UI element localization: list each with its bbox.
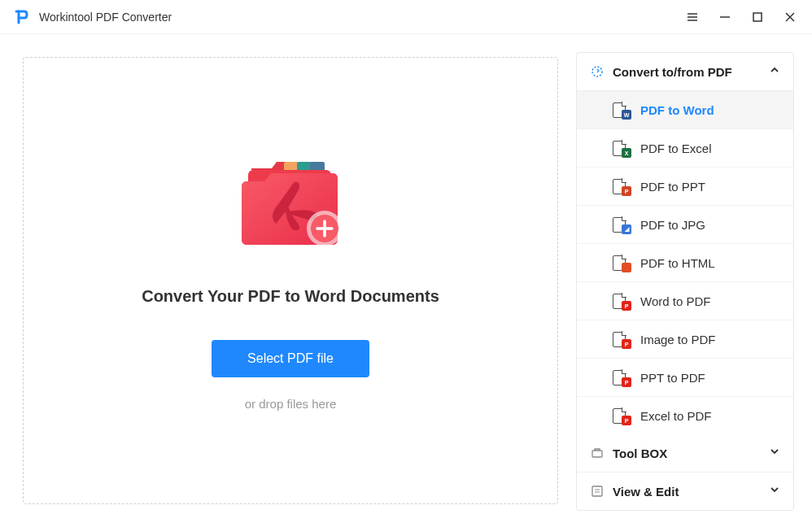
nav-item-pdf-to-jpg[interactable]: ◢ PDF to JPG <box>577 206 793 244</box>
doc-icon: P <box>611 293 627 309</box>
folder-pdf-icon <box>225 150 356 256</box>
select-file-button[interactable]: Select PDF file <box>212 340 369 377</box>
toolbox-icon <box>590 446 605 460</box>
nav-item-pdf-to-word[interactable]: W PDF to Word <box>577 91 793 129</box>
section-view-edit[interactable]: View & Edit <box>577 473 793 510</box>
doc-icon: ◢ <box>611 216 627 233</box>
nav-label: PDF to PPT <box>640 180 705 194</box>
app-title: Workintool PDF Converter <box>39 11 172 24</box>
chevron-down-icon <box>769 446 780 460</box>
doc-icon: W <box>611 102 627 118</box>
nav-item-pdf-to-excel[interactable]: X PDF to Excel <box>577 129 793 168</box>
section-title: Tool BOX <box>613 446 769 460</box>
app-logo-icon <box>13 8 31 26</box>
svg-rect-16 <box>592 451 602 457</box>
drop-heading: Convert Your PDF to Word Documents <box>142 287 439 306</box>
nav-label: PDF to Word <box>640 103 714 117</box>
svg-rect-4 <box>753 13 762 21</box>
minimize-button[interactable] <box>716 8 734 26</box>
section-toolbox[interactable]: Tool BOX <box>577 434 793 473</box>
svg-point-15 <box>592 67 602 76</box>
nav-label: PDF to JPG <box>640 218 705 232</box>
nav-item-ppt-to-pdf[interactable]: P PPT to PDF <box>577 359 793 397</box>
nav-label: PPT to PDF <box>640 371 705 385</box>
section-convert[interactable]: Convert to/from PDF <box>577 53 793 91</box>
nav-item-pdf-to-ppt[interactable]: P PDF to PPT <box>577 168 793 206</box>
menu-button[interactable] <box>683 8 701 26</box>
maximize-button[interactable] <box>749 8 766 26</box>
nav-item-word-to-pdf[interactable]: P Word to PDF <box>577 282 793 320</box>
chevron-up-icon <box>769 64 780 79</box>
nav-item-image-to-pdf[interactable]: P Image to PDF <box>577 320 793 359</box>
titlebar: Workintool PDF Converter <box>0 0 812 34</box>
doc-icon: X <box>611 140 627 156</box>
nav-label: Word to PDF <box>640 294 710 308</box>
drop-zone[interactable]: Convert Your PDF to Word Documents Selec… <box>23 57 558 504</box>
section-title: Convert to/from PDF <box>613 65 769 79</box>
svg-rect-17 <box>592 486 602 496</box>
doc-icon: P <box>611 369 627 385</box>
doc-icon: P <box>611 178 627 194</box>
nav-label: Excel to PDF <box>640 409 712 423</box>
doc-icon <box>611 255 627 271</box>
nav-item-excel-to-pdf[interactable]: P Excel to PDF <box>577 397 793 434</box>
nav-label: PDF to HTML <box>640 256 715 270</box>
convert-icon <box>590 64 605 79</box>
view-edit-icon <box>590 484 605 499</box>
window-controls <box>683 8 799 26</box>
section-title: View & Edit <box>613 485 769 499</box>
close-button[interactable] <box>781 8 799 26</box>
drop-hint: or drop files here <box>245 397 337 411</box>
nav-label: Image to PDF <box>640 333 716 346</box>
nav-label: PDF to Excel <box>640 142 712 155</box>
nav-item-pdf-to-html[interactable]: PDF to HTML <box>577 244 793 282</box>
chevron-down-icon <box>769 484 780 499</box>
doc-icon: P <box>611 331 627 347</box>
sidebar: Convert to/from PDF W PDF to Word X PDF … <box>576 34 812 527</box>
doc-icon: P <box>611 407 627 424</box>
